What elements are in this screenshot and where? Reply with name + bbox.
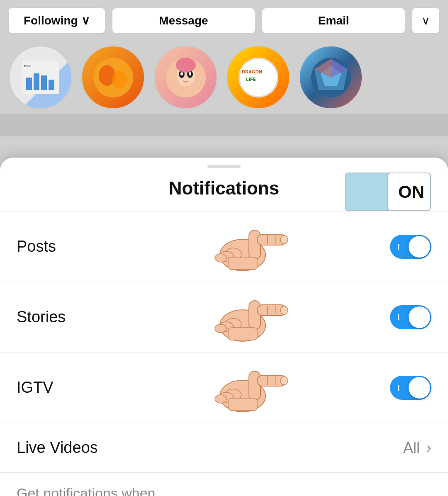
svg-text:Data: Data xyxy=(24,64,32,68)
sheet-header: Notifications ON xyxy=(0,168,448,207)
svg-point-47 xyxy=(215,324,226,333)
svg-rect-25 xyxy=(345,173,389,211)
svg-rect-30 xyxy=(249,230,261,259)
message-button[interactable]: Message xyxy=(112,8,256,34)
svg-rect-50 xyxy=(249,371,261,400)
following-label: Following xyxy=(24,14,78,27)
posts-hand-icon xyxy=(108,220,390,274)
igtv-hand-icon xyxy=(108,361,390,415)
sheet-title: Notifications xyxy=(169,178,279,199)
stories-row: Data xyxy=(0,41,448,114)
live-videos-value: All xyxy=(403,439,420,457)
background-profile: Following ∨ Message Email ∨ Data xyxy=(0,0,448,174)
igtv-toggle-knob xyxy=(409,377,430,399)
posts-label: Posts xyxy=(17,238,108,255)
stories-hand-icon xyxy=(108,290,390,344)
svg-rect-1 xyxy=(26,78,32,90)
notifications-on-toggle[interactable]: ON xyxy=(344,172,431,212)
igtv-notification-row: IGTV xyxy=(0,352,448,423)
svg-rect-2 xyxy=(34,73,39,90)
posts-notification-row: Posts xyxy=(0,211,448,282)
svg-text:LIFE: LIFE xyxy=(246,77,256,82)
svg-text:ON: ON xyxy=(398,182,424,202)
posts-toggle-knob xyxy=(409,236,430,258)
live-videos-chevron-icon: › xyxy=(426,439,431,457)
igtv-label: IGTV xyxy=(17,379,108,396)
svg-rect-3 xyxy=(41,75,47,90)
email-label: Email xyxy=(318,14,349,27)
story-avatar-5[interactable] xyxy=(299,45,363,109)
svg-point-15 xyxy=(176,58,196,73)
stats-row xyxy=(0,114,448,136)
live-videos-row[interactable]: Live Videos All › xyxy=(0,423,448,472)
partial-next-row: Get notifications when... xyxy=(0,472,448,496)
svg-point-13 xyxy=(180,72,183,75)
more-chevron-icon: ∨ xyxy=(421,14,430,27)
live-videos-label: Live Videos xyxy=(17,439,403,457)
following-chevron-icon: ∨ xyxy=(81,14,90,27)
svg-rect-48 xyxy=(228,328,257,340)
svg-point-16 xyxy=(239,58,278,97)
svg-point-8 xyxy=(112,71,127,89)
notifications-sheet: Notifications ON Posts xyxy=(0,158,448,496)
following-button[interactable]: Following ∨ xyxy=(8,7,105,34)
message-label: Message xyxy=(159,14,208,27)
svg-point-44 xyxy=(280,306,288,314)
svg-rect-40 xyxy=(249,301,261,330)
svg-rect-4 xyxy=(49,80,54,90)
svg-text:DRAGON: DRAGON xyxy=(242,69,262,74)
story-avatar-1[interactable]: Data xyxy=(8,45,73,109)
stories-toggle[interactable] xyxy=(390,305,431,329)
story-avatar-3[interactable] xyxy=(153,45,218,109)
notifications-list: Posts xyxy=(0,211,448,496)
stories-toggle-knob xyxy=(409,306,430,328)
email-button[interactable]: Email xyxy=(262,8,405,34)
svg-rect-38 xyxy=(228,257,257,270)
posts-toggle[interactable] xyxy=(390,235,431,259)
svg-point-57 xyxy=(215,395,226,403)
igtv-toggle[interactable] xyxy=(390,376,431,400)
stories-notification-row: Stories xyxy=(0,282,448,352)
partial-text: Get notifications when... xyxy=(17,485,167,496)
sheet-drag-handle[interactable] xyxy=(207,165,241,168)
svg-point-37 xyxy=(215,254,226,262)
svg-point-54 xyxy=(280,377,288,385)
svg-point-34 xyxy=(280,236,288,244)
stories-label: Stories xyxy=(17,308,108,326)
more-options-button[interactable]: ∨ xyxy=(412,7,440,34)
svg-point-14 xyxy=(189,72,191,75)
story-avatar-4[interactable]: DRAGON LIFE xyxy=(226,45,290,109)
story-avatar-2[interactable] xyxy=(81,45,145,109)
action-buttons-row: Following ∨ Message Email ∨ xyxy=(0,0,448,41)
svg-rect-58 xyxy=(228,398,257,411)
